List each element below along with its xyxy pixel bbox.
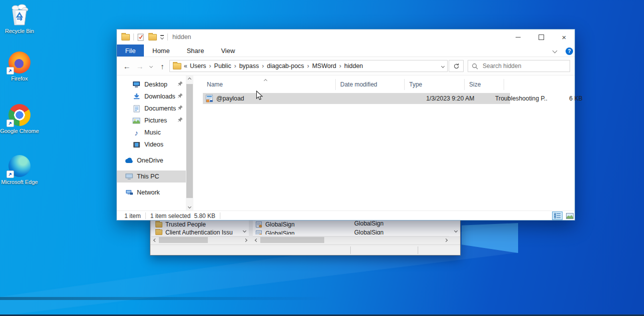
thumbnails-view-button[interactable] <box>565 212 575 220</box>
column-header-type[interactable]: Type <box>409 78 422 90</box>
qat-customize-arrow[interactable] <box>160 35 164 39</box>
onedrive-cloud-icon <box>124 156 133 165</box>
sidebar-item-pictures[interactable]: Pictures <box>117 114 186 126</box>
scroll-left-arrow[interactable] <box>151 236 158 244</box>
certmgr-cert-list-pane: GlobalSign GlobalSign GlobalSign GlobalS… <box>253 218 460 236</box>
selection-size: 5.80 KB <box>194 212 215 220</box>
ribbon-tabs: File Home Share View <box>117 44 575 57</box>
desktop-icon-recycle-bin[interactable]: Recycle Bin <box>0 4 39 34</box>
sidebar-item-onedrive[interactable]: OneDrive <box>117 154 186 166</box>
address-bar[interactable]: « Users › Public › bypass › diagcab-pocs… <box>169 60 448 72</box>
scroll-left-arrow[interactable] <box>253 236 260 244</box>
scroll-down-arrow[interactable] <box>452 227 460 234</box>
sidebar-item-this-pc[interactable]: This PC <box>117 170 186 182</box>
title-bar[interactable]: hidden × <box>117 30 575 44</box>
hscrollbar-thumb[interactable] <box>260 237 324 243</box>
tab-view[interactable]: View <box>212 44 243 56</box>
sidebar-item-desktop[interactable]: Desktop <box>117 78 186 90</box>
desktop-icon-firefox[interactable]: Firefox <box>0 52 39 82</box>
pictures-icon <box>132 116 141 125</box>
pin-icon <box>177 81 183 88</box>
back-button[interactable]: ← <box>121 57 133 76</box>
search-box[interactable] <box>468 60 570 72</box>
sidebar-item-documents[interactable]: Documents <box>117 102 186 114</box>
close-button[interactable]: × <box>553 30 576 44</box>
desktop-icon-microsoft-edge[interactable]: Microsoft Edge <box>0 155 39 186</box>
explorer-status-bar: 1 item 1 item selected 5.80 KB <box>117 210 575 220</box>
shortcut-arrow-icon <box>6 120 14 127</box>
help-icon[interactable]: ? <box>566 48 573 55</box>
details-view-icon <box>554 213 561 218</box>
music-note-icon: ♪ <box>132 128 141 137</box>
certmgr-tree-item[interactable]: Trusted People <box>151 220 249 229</box>
sort-ascending-caret <box>264 75 267 84</box>
scroll-down-arrow[interactable] <box>186 203 193 210</box>
wallpaper-shadow-band <box>0 297 330 300</box>
network-icon <box>124 188 133 197</box>
scroll-right-arrow[interactable] <box>442 236 449 244</box>
certmgr-cert-row[interactable]: GlobalSign GlobalSign <box>253 220 460 229</box>
recent-locations-chevron[interactable] <box>147 57 155 76</box>
desktop-icon-google-chrome[interactable]: Google Chrome <box>0 104 39 134</box>
downloads-icon <box>132 92 141 101</box>
up-button[interactable]: ↑ <box>157 57 168 76</box>
expand-ribbon-chevron[interactable] <box>553 48 558 53</box>
certmgr-tree-hscrollbar[interactable] <box>151 236 249 244</box>
thumbnails-view-icon <box>566 213 574 219</box>
column-header-size[interactable]: Size <box>469 78 481 90</box>
certmgr-tree-item[interactable]: Client Authentication Issu <box>151 229 249 236</box>
tab-file[interactable]: File <box>117 44 144 56</box>
certmgr-window: Trusted People Client Authentication Iss… <box>150 218 461 256</box>
certmgr-cert-row[interactable]: GlobalSign GlobalSign <box>253 229 460 234</box>
address-folder-icon <box>173 63 181 70</box>
sidebar-item-videos[interactable]: Videos <box>117 138 186 150</box>
breadcrumb-item[interactable]: MSWord <box>312 62 336 70</box>
column-header-date-modified[interactable]: Date modified <box>340 78 377 90</box>
sidebar-item-downloads[interactable]: Downloads <box>117 90 186 102</box>
desktop-icon-label: Google Chrome <box>0 128 39 134</box>
videos-icon <box>132 140 141 149</box>
sidebar-item-network[interactable]: Network <box>117 186 186 198</box>
shortcut-arrow-icon <box>6 170 14 178</box>
column-header-name[interactable]: Name <box>207 78 223 90</box>
scroll-right-arrow[interactable] <box>242 236 249 244</box>
hscrollbar-thumb[interactable] <box>159 237 208 243</box>
qat-new-folder-button[interactable] <box>148 34 157 40</box>
sidebar-scrollbar[interactable] <box>186 76 193 210</box>
file-row-payload[interactable]: @payload 1/3/2023 9:20 AM Troubleshootin… <box>203 93 510 104</box>
firefox-icon <box>8 52 30 74</box>
search-icon <box>472 63 478 70</box>
file-date-modified: 1/3/2023 9:20 AM <box>426 95 474 102</box>
breadcrumb-item[interactable]: hidden <box>344 62 363 70</box>
qat-properties-button[interactable] <box>137 34 144 41</box>
breadcrumb-item[interactable]: bypass <box>239 62 259 70</box>
breadcrumb-item[interactable]: diagcab-pocs <box>267 62 304 70</box>
file-type: Troubleshooting P... <box>495 95 548 102</box>
tab-share[interactable]: Share <box>178 44 213 56</box>
pin-icon <box>177 117 183 124</box>
scroll-down-arrow[interactable] <box>241 227 248 234</box>
maximize-button[interactable] <box>530 30 553 44</box>
certmgr-status-bar <box>150 244 460 255</box>
pin-icon <box>177 105 183 112</box>
file-name: @payload <box>216 95 244 102</box>
folder-icon <box>155 230 162 235</box>
forward-button[interactable]: → <box>134 57 146 76</box>
search-input[interactable] <box>482 62 559 70</box>
item-count: 1 item <box>124 212 141 220</box>
sidebar-item-music[interactable]: ♪ Music <box>117 126 186 138</box>
vscrollbar-thumb[interactable] <box>186 84 193 198</box>
breadcrumb-overflow[interactable]: « <box>184 62 187 70</box>
refresh-button[interactable] <box>449 60 464 72</box>
scroll-up-arrow[interactable] <box>186 76 193 83</box>
breadcrumb-item[interactable]: Public <box>214 62 231 70</box>
tab-home[interactable]: Home <box>144 44 178 56</box>
breadcrumb-item[interactable]: Users <box>190 62 206 70</box>
folder-icon <box>155 222 162 228</box>
window-folder-icon <box>121 34 130 40</box>
address-dropdown-chevron[interactable] <box>441 64 445 68</box>
certmgr-list-hscrollbar[interactable] <box>253 236 449 244</box>
details-view-button[interactable] <box>552 212 563 220</box>
minimize-button[interactable] <box>507 30 530 44</box>
selection-count: 1 item selected <box>150 212 191 220</box>
